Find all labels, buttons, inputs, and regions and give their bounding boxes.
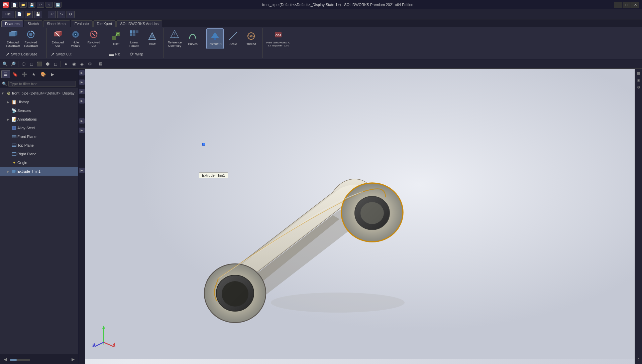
rib-btn[interactable]: ▬ Rib — [107, 50, 127, 58]
intersect-btn[interactable]: ⊕ Intersect — [107, 58, 129, 59]
panel-tab-property-manager[interactable]: 🔖 — [11, 70, 19, 78]
svg-rect-19 — [130, 33, 132, 36]
alloy-icon — [11, 125, 17, 131]
swept-boss-btn[interactable]: ↗ Swept Boss/Base — [4, 50, 44, 58]
new-file-btn[interactable]: 📄 — [11, 2, 18, 8]
close-btn[interactable]: ✕ — [631, 2, 639, 8]
zoom-to-fit-icon[interactable]: 🔍 — [1, 60, 9, 68]
quick-redo[interactable]: ↪ — [57, 11, 65, 18]
tab-dimxpert[interactable]: DimXpert — [93, 20, 116, 27]
save-btn[interactable]: 💾 — [28, 2, 35, 8]
section-view-icon[interactable]: ⬛ — [36, 60, 43, 68]
view-3d-icon[interactable]: ⬢ — [44, 60, 51, 68]
scale-btn[interactable]: Scale — [224, 28, 242, 49]
tab-addins[interactable]: SOLIDWORKS Add-Ins — [116, 20, 162, 27]
tree-item-extrude-thin1[interactable]: ▶ Extrude-Thin1 — [0, 167, 78, 176]
scene-icon[interactable]: 🖥 — [97, 60, 104, 68]
free-solidworks-btn[interactable]: OBJ Free_SolidWorks_OBJ_Exporter_v2.0 — [265, 28, 292, 49]
tab-sheet-metal[interactable]: Sheet Metal — [43, 20, 70, 27]
render-mode-icon[interactable]: ◉ — [70, 60, 78, 68]
side-icon-3[interactable]: ▶ — [79, 89, 85, 94]
view-orientation-icon[interactable]: ⬡ — [20, 60, 27, 68]
lofted-cut-btn[interactable]: ⬡ Lofted Cut — [49, 58, 82, 59]
undo-btn[interactable]: ↩ — [37, 2, 44, 8]
shadows-icon[interactable]: ◈ — [78, 60, 86, 68]
quick-rebuild[interactable]: ⚙ — [67, 11, 75, 18]
svg-rect-20 — [133, 33, 135, 36]
panel-tab-feature-manager[interactable]: ☰ — [1, 70, 10, 78]
extruded-boss-btn[interactable]: ExtrudedBoss/Base — [4, 28, 21, 49]
tree-item-annotations[interactable]: ▶ 📝 Annotations — [0, 115, 78, 124]
ref-geometry-btn[interactable]: ReferenceGeometry — [166, 28, 183, 49]
side-icon-4[interactable]: ▶ — [79, 98, 85, 104]
lofted-boss-btn[interactable]: ⬡ Lofted Boss/Base — [4, 58, 44, 59]
draft-icon — [147, 31, 157, 42]
quick-open[interactable]: 📂 — [25, 11, 33, 18]
panel-tab-config-manager[interactable]: ➕ — [20, 70, 29, 78]
rib-icon: ▬ — [109, 51, 114, 57]
search-icon: 🔍 — [2, 81, 7, 86]
svg-rect-37 — [13, 127, 15, 129]
cursor-indicator — [202, 143, 205, 146]
ambient-occlusion-icon[interactable]: ⚙ — [86, 60, 94, 68]
tree-search-input[interactable] — [8, 81, 76, 87]
side-icon-6[interactable]: ▶ — [79, 128, 85, 133]
curves-btn[interactable]: Curves — [184, 28, 201, 49]
rebuild-btn[interactable]: 🔄 — [54, 2, 62, 8]
wireframe-icon[interactable]: ◻ — [28, 60, 35, 68]
revolved-cut-btn[interactable]: RevolvedCut — [85, 28, 102, 49]
tab-sketch[interactable]: Sketch — [24, 20, 42, 27]
tab-features[interactable]: Features — [1, 20, 23, 27]
hide-show-icon[interactable]: ◻ — [52, 60, 59, 68]
tree-item-alloy-steel[interactable]: Alloy Steel — [0, 124, 78, 132]
viewport[interactable]: Extrude-Thin1 Y X Z — [85, 69, 635, 364]
linear-pattern-btn[interactable]: LinearPattern — [125, 28, 143, 49]
scale-label: Scale — [229, 43, 237, 46]
right-plane-label: Right Plane — [17, 152, 77, 156]
tab-evaluate[interactable]: Evaluate — [71, 20, 93, 27]
thread-btn[interactable]: Thread — [242, 28, 260, 49]
tree-item-sensors[interactable]: 📡 Sensors — [0, 106, 78, 115]
redo-btn[interactable]: ↪ — [45, 2, 53, 8]
side-icon-7[interactable]: ▶ — [79, 168, 85, 173]
tree-item-top-plane[interactable]: Top Plane — [0, 141, 78, 150]
panel-tab-display-manager[interactable]: 🎨 — [39, 70, 47, 78]
hole-wizard-btn[interactable]: HoleWizard — [67, 28, 84, 49]
extrude-thin1-icon — [11, 168, 17, 175]
scroll-left-btn[interactable]: ◀ — [1, 356, 9, 363]
extruded-cut-btn[interactable]: ExtrudedCut — [49, 28, 66, 49]
quick-save[interactable]: 💾 — [34, 11, 42, 18]
zoom-in-icon[interactable]: 🔎 — [9, 60, 17, 68]
scroll-right-btn[interactable]: ▶ — [69, 356, 77, 363]
quick-new[interactable]: 📄 — [15, 11, 23, 18]
fillet-btn[interactable]: Fillet — [107, 28, 125, 49]
draft-btn[interactable]: Draft — [143, 28, 161, 49]
display-mode-icon[interactable]: ● — [62, 60, 70, 68]
tree-item-front-plane[interactable]: Front Plane — [0, 132, 78, 141]
panel-scroll-bar[interactable] — [10, 358, 68, 361]
panel-tab-dim-xpert[interactable]: ★ — [29, 70, 38, 78]
panel-resize-handle[interactable] — [639, 0, 642, 364]
tree-item-origin[interactable]: ✦ Origin — [0, 158, 78, 167]
quick-undo[interactable]: ↩ — [48, 11, 56, 18]
swept-cut-btn[interactable]: ↗ Swept Cut — [49, 50, 82, 58]
side-icon-1[interactable]: ▶ — [79, 70, 85, 75]
panel-bottom: ◀ ▶ — [0, 354, 78, 364]
side-icon-5[interactable]: ▶ — [79, 118, 85, 124]
svg-line-13 — [92, 33, 95, 36]
tree-root[interactable]: ▼ ⚙ front_pipe (Default<<Default>_Displa… — [0, 89, 78, 98]
side-icon-2[interactable]: ▶ — [79, 79, 85, 85]
wrap-btn[interactable]: ⟳ Wrap — [128, 50, 148, 58]
instant3d-btn[interactable]: Instant3D — [206, 28, 224, 49]
revolved-boss-btn[interactable]: RevolvedBoss/Base — [22, 28, 39, 49]
tree-item-history[interactable]: ▶ 📋 History — [0, 98, 78, 106]
panel-tab-solidworks-forum[interactable]: ▶ — [48, 70, 57, 78]
open-file-btn[interactable]: 📁 — [19, 2, 27, 8]
instant3d-icon — [210, 31, 220, 42]
menu-file[interactable]: File — [2, 11, 14, 18]
cmd-sep — [45, 11, 45, 17]
maximize-btn[interactable]: □ — [623, 2, 631, 8]
side-icon-strip: ▶ ▶ ▶ ▶ ▶ ▶ ▶ — [79, 69, 85, 364]
tree-item-right-plane[interactable]: Right Plane — [0, 150, 78, 158]
minimize-btn[interactable]: ─ — [614, 2, 622, 8]
